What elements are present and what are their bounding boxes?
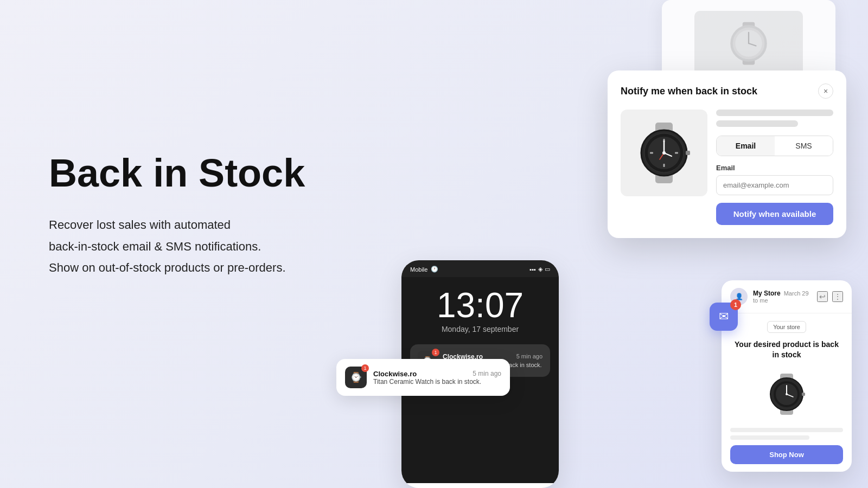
notify-modal: Notify me when back in stock × bbox=[608, 70, 846, 238]
float-message: Titan Ceramic Watch is back in stock. bbox=[373, 378, 501, 386]
modal-body: Email SMS Email Notify when available bbox=[621, 110, 833, 225]
reply-button[interactable]: ↩ bbox=[817, 291, 828, 302]
desc-line-1: Recover lost sales with automated bbox=[49, 218, 231, 232]
email-input[interactable] bbox=[716, 175, 833, 195]
mobile-label: Mobile bbox=[410, 266, 427, 273]
email-headline: Your desired product is back in stock bbox=[730, 339, 843, 361]
shop-now-button[interactable]: Shop Now bbox=[730, 445, 843, 464]
email-tab[interactable]: Email bbox=[717, 136, 775, 156]
svg-point-18 bbox=[662, 151, 666, 155]
store-badge: Your store bbox=[767, 321, 806, 333]
desc-line-2: back-in-stock email & SMS notifications. bbox=[49, 240, 261, 253]
tab-row: Email SMS bbox=[716, 136, 833, 156]
wifi-icon: ◈ bbox=[538, 266, 542, 273]
signal-icon: ▪▪▪ bbox=[529, 266, 536, 273]
battery-icon: ▭ bbox=[545, 266, 550, 273]
email-from-row: My Store March 29 bbox=[753, 290, 812, 297]
email-date: March 29 bbox=[784, 290, 809, 297]
email-mockup: 👤 My Store March 29 to me ↩ ⋮ Your store… bbox=[722, 280, 852, 472]
left-section: Back in Stock Recover lost sales with au… bbox=[49, 152, 305, 279]
product-name-placeholder-short bbox=[716, 120, 798, 127]
float-app-name: Clockwise.ro bbox=[373, 370, 417, 378]
modal-header: Notify me when back in stock × bbox=[621, 84, 833, 99]
email-line-1 bbox=[730, 428, 843, 432]
email-actions: ↩ ⋮ bbox=[817, 291, 843, 302]
close-button[interactable]: × bbox=[818, 84, 833, 99]
notif-badge: 1 bbox=[432, 349, 439, 356]
float-app-icon: ⌚ 1 bbox=[345, 367, 367, 388]
svg-rect-12 bbox=[663, 164, 665, 167]
email-icon: ✉ bbox=[719, 310, 729, 324]
email-body: Your store Your desired product is back … bbox=[722, 313, 852, 472]
svg-point-27 bbox=[786, 393, 788, 395]
float-time: 5 min ago bbox=[473, 370, 501, 378]
modal-title: Notify me when back in stock bbox=[621, 86, 757, 97]
description: Recover lost sales with automated back-i… bbox=[49, 214, 305, 279]
bg-product-image bbox=[694, 11, 803, 76]
phone-time: 13:07 bbox=[437, 288, 524, 323]
clock-icon: 🕐 bbox=[431, 266, 438, 273]
email-line-2 bbox=[730, 435, 809, 440]
email-header: 👤 My Store March 29 to me ↩ ⋮ bbox=[722, 280, 852, 313]
svg-rect-19 bbox=[686, 151, 690, 155]
more-button[interactable]: ⋮ bbox=[832, 291, 843, 302]
product-thumbnail bbox=[621, 110, 707, 196]
product-name-placeholder bbox=[716, 110, 833, 116]
email-fab-badge: 1 bbox=[730, 299, 741, 310]
email-to: to me bbox=[753, 297, 812, 304]
svg-rect-28 bbox=[802, 393, 805, 396]
right-section: ★ ★ ★ ★ ★ Sold out Notify me when back i… bbox=[380, 0, 868, 488]
phone-status-right: ▪▪▪ ◈ ▭ bbox=[529, 266, 550, 273]
svg-rect-14 bbox=[675, 152, 678, 154]
email-label: Email bbox=[716, 164, 833, 172]
notify-when-available-button[interactable]: Notify when available bbox=[716, 203, 833, 225]
float-badge: 1 bbox=[361, 364, 369, 372]
phone-date: Monday, 17 september bbox=[442, 325, 519, 333]
phone-status-left: Mobile 🕐 bbox=[410, 266, 438, 273]
email-meta: My Store March 29 to me bbox=[753, 290, 812, 304]
desc-line-3: Show on out-of-stock products or pre-ord… bbox=[49, 261, 286, 274]
modal-form: Email SMS Email Notify when available bbox=[716, 110, 833, 225]
floating-email-button[interactable]: ✉ 1 bbox=[710, 303, 738, 331]
page-title: Back in Stock bbox=[49, 152, 305, 195]
float-top-row: Clockwise.ro 5 min ago bbox=[373, 370, 501, 378]
floating-notification: ⌚ 1 Clockwise.ro 5 min ago Titan Ceramic… bbox=[336, 359, 510, 396]
phone-status-bar: Mobile 🕐 ▪▪▪ ◈ ▭ bbox=[401, 260, 559, 277]
email-watch-image bbox=[760, 367, 814, 421]
notif-time: 5 min ago bbox=[516, 353, 542, 361]
float-content: Clockwise.ro 5 min ago Titan Ceramic Wat… bbox=[373, 370, 501, 386]
email-from: My Store bbox=[753, 290, 781, 297]
sms-tab[interactable]: SMS bbox=[775, 136, 833, 156]
svg-rect-13 bbox=[650, 152, 653, 154]
